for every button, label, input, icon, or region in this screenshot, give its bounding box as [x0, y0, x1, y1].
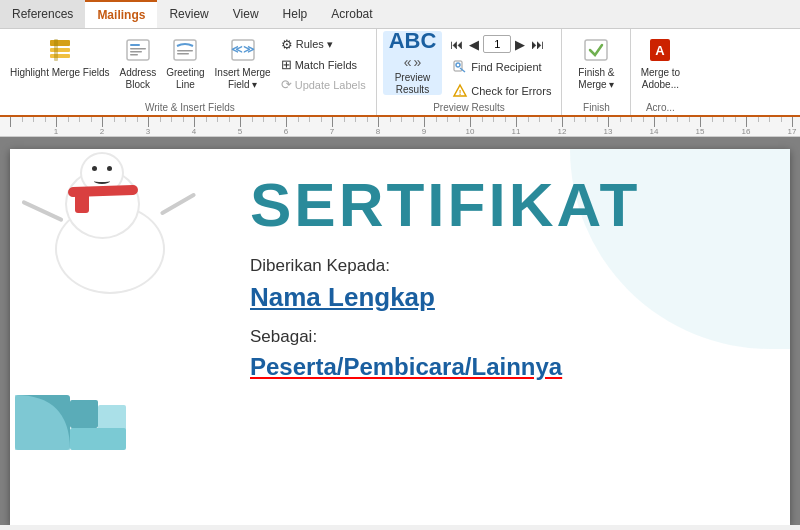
- cert-role: Peserta/Pembicara/Lainnya: [250, 353, 760, 381]
- finish-merge-label: Finish &Merge ▾: [578, 67, 614, 91]
- svg-rect-19: [585, 40, 607, 60]
- ruler: 1234567891011121314151617: [0, 117, 800, 137]
- document-area: SERTIFIKAT Diberikan Kepada: Nama Lengka…: [0, 137, 800, 525]
- svg-text:≪≫: ≪≫: [231, 43, 255, 55]
- nav-first-btn[interactable]: ⏮: [448, 36, 465, 53]
- nav-prev-btn[interactable]: ◀: [467, 36, 481, 53]
- greeting-line-btn[interactable]: GreetingLine: [162, 31, 208, 94]
- svg-rect-4: [127, 40, 149, 60]
- cert-diberikan: Diberikan Kepada:: [250, 256, 760, 276]
- finish-merge-btn[interactable]: Finish &Merge ▾: [568, 31, 624, 94]
- tab-acrobat[interactable]: Acrobat: [319, 0, 384, 28]
- write-insert-group-label: Write & Insert Fields: [4, 102, 376, 113]
- cert-title: SERTIFIKAT: [250, 174, 760, 236]
- nav-next-btn[interactable]: ▶: [513, 36, 527, 53]
- tab-mailings[interactable]: Mailings: [85, 0, 157, 28]
- acrobat-group: A Merge toAdobe... Acro...: [631, 29, 689, 115]
- snowman-illustration: [40, 164, 180, 294]
- svg-rect-25: [70, 428, 126, 450]
- preview-results-group-label: Preview Results: [377, 102, 562, 113]
- update-labels-label: Update Labels: [295, 79, 366, 91]
- check-errors-label: Check for Errors: [471, 85, 551, 97]
- svg-rect-10: [177, 50, 193, 52]
- ribbon-tabs: References Mailings Review View Help Acr…: [0, 0, 800, 29]
- tab-references[interactable]: References: [0, 0, 85, 28]
- match-fields-label: Match Fields: [295, 59, 357, 71]
- svg-rect-6: [130, 48, 146, 50]
- geo-shapes: [10, 345, 190, 459]
- preview-results-group: ABC « » PreviewResults ⏮ ◀ ▶ ⏭: [377, 29, 563, 115]
- cert-sebagai: Sebagai:: [250, 327, 760, 347]
- svg-rect-8: [130, 54, 138, 56]
- nav-last-btn[interactable]: ⏭: [529, 36, 546, 53]
- insert-merge-label: Insert MergeField ▾: [215, 67, 271, 91]
- svg-rect-0: [50, 40, 70, 46]
- update-labels-btn[interactable]: ⟳ Update Labels: [277, 75, 370, 94]
- find-recipient-label: Find Recipient: [471, 61, 541, 73]
- address-block-btn[interactable]: AddressBlock: [116, 31, 161, 94]
- cert-right-panel: SERTIFIKAT Diberikan Kepada: Nama Lengka…: [240, 149, 790, 459]
- finish-group: Finish &Merge ▾ Finish: [562, 29, 631, 115]
- address-block-label: AddressBlock: [120, 67, 157, 91]
- check-errors-btn[interactable]: ! Check for Errors: [448, 81, 555, 101]
- cert-name: Nama Lengkap: [250, 282, 435, 313]
- find-recipient-btn[interactable]: Find Recipient: [448, 57, 555, 77]
- insert-merge-btn[interactable]: ≪≫ Insert MergeField ▾: [211, 31, 275, 94]
- svg-text:!: !: [459, 88, 462, 97]
- rules-label: Rules ▾: [296, 38, 333, 51]
- write-insert-group: Highlight Merge Fields AddressBlock: [4, 29, 377, 115]
- highlight-merge-btn[interactable]: Highlight Merge Fields: [6, 31, 114, 82]
- nav-page-input[interactable]: [483, 35, 511, 53]
- greeting-line-label: GreetingLine: [166, 67, 204, 91]
- tab-help[interactable]: Help: [271, 0, 320, 28]
- document-page: SERTIFIKAT Diberikan Kepada: Nama Lengka…: [10, 149, 790, 525]
- svg-rect-3: [54, 39, 58, 61]
- svg-rect-2: [50, 54, 70, 58]
- finish-group-label: Finish: [562, 102, 630, 113]
- preview-results-label: PreviewResults: [395, 72, 431, 96]
- svg-text:A: A: [656, 43, 666, 58]
- svg-rect-5: [130, 44, 140, 46]
- match-fields-btn[interactable]: ⊞ Match Fields: [277, 55, 370, 74]
- preview-results-btn[interactable]: ABC « » PreviewResults: [383, 31, 443, 95]
- ribbon-content: Highlight Merge Fields AddressBlock: [0, 29, 800, 117]
- highlight-merge-label: Highlight Merge Fields: [10, 67, 110, 79]
- svg-rect-23: [70, 400, 98, 428]
- cert-left-panel: [10, 149, 240, 459]
- acrobat-group-label: Acro...: [631, 102, 689, 113]
- merge-adobe-btn[interactable]: A Merge toAdobe...: [635, 31, 685, 94]
- rules-btn[interactable]: ⚙ Rules ▾: [277, 35, 370, 54]
- svg-rect-11: [177, 53, 189, 55]
- svg-rect-7: [130, 51, 142, 53]
- tab-review[interactable]: Review: [157, 0, 220, 28]
- svg-rect-1: [50, 48, 70, 52]
- tab-view[interactable]: View: [221, 0, 271, 28]
- merge-adobe-label: Merge toAdobe...: [641, 67, 680, 91]
